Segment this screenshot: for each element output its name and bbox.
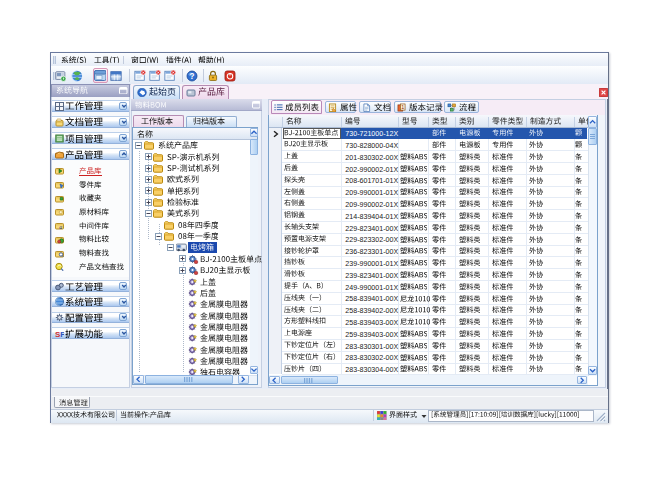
svg-text:?: ? [190,71,195,80]
svg-text:a: a [59,224,62,230]
svg-text:1: 1 [401,104,404,110]
svg-text:SP: SP [55,329,64,338]
